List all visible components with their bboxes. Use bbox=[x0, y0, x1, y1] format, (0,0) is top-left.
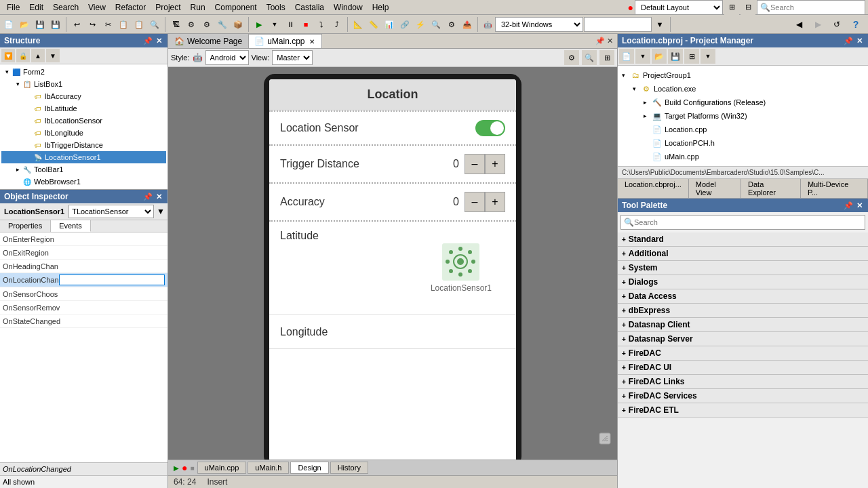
tree-item-form2[interactable]: ▾ 🟦 Form2 bbox=[1, 66, 166, 78]
proj-item-buildconfigs[interactable]: ▸ 🔨 Build Configurations (Release) bbox=[620, 96, 865, 109]
tb-run[interactable]: ▶ bbox=[252, 17, 267, 32]
tb-btn2[interactable]: ↪ bbox=[85, 17, 100, 32]
tb-btn8[interactable]: ⚙ bbox=[199, 17, 214, 32]
pm-tb5[interactable]: ▼ bbox=[701, 49, 715, 64]
proj-item-locationcpp[interactable]: 📄 Location.cpp bbox=[620, 123, 865, 136]
event-row-enterregion[interactable]: OnEnterRegion bbox=[0, 232, 167, 246]
tree-item-lbaccuracy[interactable]: 🏷 lbAccuracy bbox=[1, 90, 166, 102]
pm-tab-cbproj[interactable]: Location.cbproj... bbox=[618, 179, 689, 198]
location-sensor-toggle[interactable] bbox=[475, 120, 505, 136]
tb-btn7[interactable]: ⚙ bbox=[184, 17, 199, 32]
event-row-sensorchoos[interactable]: OnSensorChoos bbox=[0, 287, 167, 301]
struct-lock-btn[interactable]: 🔒 bbox=[16, 49, 30, 62]
pm-tab-modelview[interactable]: Model View bbox=[689, 179, 741, 198]
proj-item-group1[interactable]: ▾ 🗂 ProjectGroup1 bbox=[620, 68, 865, 82]
menu-tools[interactable]: Tools bbox=[262, 1, 290, 14]
pm-tb1[interactable]: 📄 bbox=[619, 49, 634, 64]
layout-icon2[interactable]: ⊟ bbox=[741, 0, 755, 15]
menu-window[interactable]: Window bbox=[330, 1, 367, 14]
event-row-locationchan[interactable]: OnLocationChan bbox=[0, 273, 167, 287]
event-row-statechanged[interactable]: OnStateChanged bbox=[0, 314, 167, 328]
run-indicator[interactable]: ▶ bbox=[174, 464, 179, 472]
tb-d1[interactable]: 📐 bbox=[351, 17, 366, 32]
tab-umain-close[interactable]: ✕ bbox=[308, 37, 316, 45]
menu-project[interactable]: Project bbox=[151, 1, 184, 14]
proj-item-umaincpp[interactable]: 📄 uMain.cpp bbox=[620, 150, 865, 163]
tree-item-lbtriggerdistance[interactable]: 🏷 lbTriggerDistance bbox=[1, 139, 166, 151]
struct-down-btn[interactable]: ▼ bbox=[46, 49, 60, 62]
tb-d4[interactable]: 🔗 bbox=[397, 17, 412, 32]
pm-pin-btn[interactable]: 📌 bbox=[844, 36, 853, 45]
tree-item-listbox1[interactable]: ▾ 📋 ListBox1 bbox=[1, 78, 166, 90]
palette-group-firedacui-header[interactable]: + FireDAC UI bbox=[618, 361, 868, 374]
tb-btn3[interactable]: ✂ bbox=[100, 17, 115, 32]
tab-umain-cpp[interactable]: 📄 uMain.cpp ✕ bbox=[248, 34, 321, 48]
tb-project[interactable]: 🏗 bbox=[168, 17, 183, 32]
proj-item-locationexe[interactable]: ▾ ⚙ Location.exe bbox=[620, 82, 865, 96]
tb-new[interactable]: 📄 bbox=[1, 17, 16, 32]
palette-group-additional-header[interactable]: + Additional bbox=[618, 247, 868, 260]
tb-run-arrow[interactable]: ▼ bbox=[267, 17, 282, 32]
tb-stop[interactable]: ■ bbox=[298, 17, 313, 32]
menu-component[interactable]: Component bbox=[211, 1, 261, 14]
tab-events[interactable]: Events bbox=[51, 220, 91, 232]
search-input-top[interactable] bbox=[770, 3, 862, 12]
menu-edit[interactable]: Edit bbox=[25, 1, 47, 14]
inspector-close-btn[interactable]: ✕ bbox=[154, 192, 163, 201]
proj-item-locationpcgh[interactable]: 📄 LocationPCH.h bbox=[620, 136, 865, 150]
struct-up-btn[interactable]: ▲ bbox=[31, 49, 45, 62]
tb-pause[interactable]: ⏸ bbox=[283, 17, 298, 32]
tree-item-locationsensor1[interactable]: 📡 LocationSensor1 bbox=[1, 151, 166, 163]
palette-group-firedac-header[interactable]: + FireDAC bbox=[618, 346, 868, 360]
tb-btn5[interactable]: 📋 bbox=[132, 17, 146, 32]
tb-btn4[interactable]: 📋 bbox=[116, 17, 131, 32]
palette-group-firedacservices-header[interactable]: + FireDAC Services bbox=[618, 389, 868, 403]
menu-help[interactable]: Help bbox=[368, 1, 393, 14]
structure-close-btn[interactable]: ✕ bbox=[154, 36, 163, 45]
pm-close-btn[interactable]: ✕ bbox=[854, 36, 864, 45]
trigger-distance-plus[interactable]: + bbox=[485, 154, 505, 174]
tree-item-lblatitude[interactable]: 🏷 lbLatitude bbox=[1, 102, 166, 115]
pm-tb4[interactable]: ⊞ bbox=[684, 49, 699, 64]
trigger-distance-minus[interactable]: – bbox=[465, 154, 485, 174]
tb-d6[interactable]: 🔍 bbox=[429, 17, 443, 32]
tab-welcome-page[interactable]: 🏠 Welcome Page bbox=[168, 34, 248, 48]
tree-item-lblocationsensor[interactable]: 🏷 lbLocationSensor bbox=[1, 115, 166, 127]
tb-d3[interactable]: 📊 bbox=[382, 17, 397, 32]
event-input-locationchan[interactable] bbox=[59, 274, 165, 285]
tb-d5[interactable]: ⚡ bbox=[413, 17, 428, 32]
design-tb-btn1[interactable]: ⚙ bbox=[564, 50, 579, 65]
tab-properties[interactable]: Properties bbox=[0, 220, 51, 232]
struct-filter-btn[interactable]: 🔽 bbox=[1, 49, 15, 62]
style-select[interactable]: Android bbox=[205, 50, 249, 65]
nav-back[interactable]: ◀ bbox=[791, 16, 807, 33]
bottom-tab-umain-h[interactable]: uMain.h bbox=[248, 462, 289, 474]
center-pin-btn[interactable]: 📌 bbox=[595, 37, 605, 46]
tb-step2[interactable]: ⤴ bbox=[330, 17, 344, 32]
event-row-headingchan[interactable]: OnHeadingChan bbox=[0, 260, 167, 273]
tb-btn10[interactable]: 📦 bbox=[231, 17, 245, 32]
palette-group-dataaccess-header[interactable]: + Data Access bbox=[618, 289, 868, 303]
pm-tb3[interactable]: 💾 bbox=[668, 49, 683, 64]
menu-run[interactable]: Run bbox=[186, 1, 210, 14]
palette-search-input[interactable] bbox=[634, 218, 862, 226]
platform-select[interactable]: 32-bit Windows bbox=[495, 17, 583, 32]
palette-group-standard-header[interactable]: + Standard bbox=[618, 232, 868, 246]
palette-group-dialogs-header[interactable]: + Dialogs bbox=[618, 275, 868, 289]
tree-item-toolbar1[interactable]: ▸ 🔧 ToolBar1 bbox=[1, 163, 166, 176]
tb-save-all[interactable]: 💾 bbox=[48, 17, 63, 32]
menu-castalia[interactable]: Castalia bbox=[291, 1, 328, 14]
pm-tb2[interactable]: 📂 bbox=[652, 49, 667, 64]
tree-item-lblongitude[interactable]: 🏷 lbLongitude bbox=[1, 127, 166, 139]
event-row-sensorremov[interactable]: OnSensorRemov bbox=[0, 301, 167, 314]
accuracy-plus[interactable]: + bbox=[485, 192, 505, 212]
tb-open[interactable]: 📂 bbox=[17, 17, 32, 32]
event-row-exitregion[interactable]: OnExitRegion bbox=[0, 246, 167, 260]
tb-d7[interactable]: ⚙ bbox=[444, 17, 459, 32]
structure-pin-btn[interactable]: 📌 bbox=[143, 36, 153, 45]
accuracy-minus[interactable]: – bbox=[465, 192, 485, 212]
design-tb-btn3[interactable]: ⊞ bbox=[599, 50, 614, 65]
palette-close-btn[interactable]: ✕ bbox=[854, 201, 864, 210]
menu-view[interactable]: View bbox=[84, 1, 110, 14]
palette-group-system-header[interactable]: + System bbox=[618, 261, 868, 274]
